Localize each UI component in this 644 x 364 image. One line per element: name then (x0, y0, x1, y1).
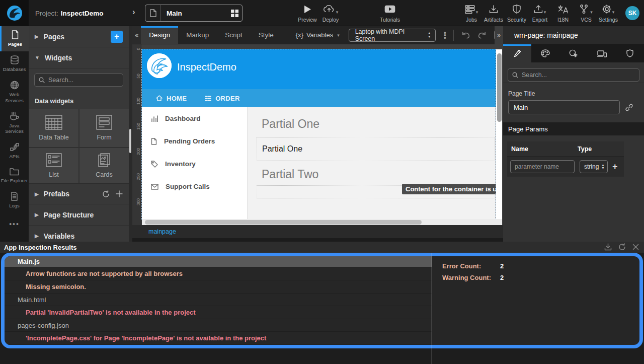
widget-tile-list[interactable]: List (29, 148, 78, 183)
widget-tile-form[interactable]: Form (79, 109, 129, 147)
tutorials-button[interactable]: Tutorials (375, 4, 405, 23)
nav-item-order[interactable]: ORDER (205, 95, 239, 102)
refresh-results-icon[interactable] (618, 243, 626, 251)
breadcrumb-mainpage[interactable]: mainpage (148, 228, 176, 235)
deploy-button[interactable]: ▾ Deploy (316, 4, 345, 23)
collapse-panel-button[interactable]: « (132, 26, 141, 44)
menu-item-dashboard[interactable]: Dashboard (142, 107, 247, 130)
add-page-button[interactable]: + (111, 31, 123, 43)
download-results-icon[interactable] (604, 243, 612, 251)
page-title-input[interactable] (508, 100, 620, 114)
canvas-toolbar: « Design Markup Script Style {x} Variabl… (132, 26, 503, 44)
inspection-warning-row[interactable]: Missing semicolon. (5, 280, 432, 294)
inspection-results-box: Main.js Arrow functions are not supporte… (1, 253, 643, 348)
prefabs-section-header[interactable]: ▶ Prefabs (29, 183, 129, 204)
widget-tile-cards[interactable]: Cards (79, 148, 129, 183)
web-services-icon (10, 81, 19, 90)
inspection-warning-row[interactable]: Arrow functions are not supported by all… (5, 267, 432, 280)
tab-events[interactable] (559, 44, 588, 62)
tab-script[interactable]: Script (217, 26, 251, 44)
page-structure-section-header[interactable]: ▶ Page Structure (29, 204, 129, 226)
param-name-input[interactable] (510, 160, 575, 173)
user-avatar[interactable]: SK (625, 6, 639, 20)
tab-security[interactable] (616, 44, 644, 62)
preview-vertical-scrollbar-thumb[interactable] (497, 53, 502, 122)
pages-section-header[interactable]: ▶ Pages + (29, 26, 129, 47)
left-panel-scrollbar[interactable] (129, 26, 132, 242)
sidebar-item-pages[interactable]: Pages (0, 26, 29, 51)
warning-count-label: Warning Count: (442, 274, 500, 281)
list-menu-icon (205, 96, 211, 101)
pages-icon (11, 30, 19, 39)
inspection-file-row[interactable]: Main.js (5, 256, 432, 267)
widget-tile-data-table[interactable]: Data Table (29, 109, 78, 147)
widgets-search-input[interactable] (48, 77, 114, 84)
left-panel-scrollbar-thumb[interactable] (129, 129, 131, 153)
sidebar-more-button[interactable]: ••• (0, 220, 29, 228)
sidebar-item-web-services[interactable]: Web Services (0, 77, 29, 108)
project-label: Project: (35, 10, 58, 17)
page-selector-value: Main (160, 10, 227, 17)
vcs-caret-icon: ▾ (590, 10, 593, 15)
app-preview[interactable]: InspectDemo HOME ORDER Dashboard Pending… (142, 49, 496, 219)
inspection-error-row[interactable]: Partial 'InvalidPartialTwo' is not avail… (5, 306, 432, 319)
inspection-error-row[interactable]: 'IncompletePage.css' for Page 'Incomplet… (5, 332, 432, 345)
page-title-label: Page Title (503, 83, 644, 100)
canvas-menu-button[interactable]: ••• (444, 31, 446, 39)
variables-dropdown[interactable]: {x} Variables ▾ (296, 26, 340, 44)
expand-panel-button[interactable]: » (495, 26, 503, 44)
inspection-file-row[interactable]: pages-config.json (5, 319, 432, 332)
app-header[interactable]: InspectDemo (142, 49, 496, 89)
sidebar-item-logs[interactable]: Logs (0, 188, 29, 213)
app-inspection-panel: App Inspection Results Main.js Arrow fun… (0, 242, 644, 364)
settings-gear-icon: ▾ (602, 4, 615, 15)
add-param-button[interactable]: + (612, 162, 618, 172)
menu-item-inventory[interactable]: Inventory (142, 153, 247, 175)
pending-orders-file-icon (151, 138, 157, 145)
canvas-horizontal-scrollbar[interactable] (142, 219, 502, 225)
vertical-ruler: 0 50 100 150 200 250 300 (132, 44, 141, 225)
properties-search-input[interactable] (522, 71, 627, 79)
partial-one-container[interactable]: Partial One (257, 137, 495, 161)
tab-devices[interactable] (588, 44, 616, 62)
redo-icon[interactable] (477, 31, 487, 40)
widgets-section-header[interactable]: ▼ Widgets (29, 47, 129, 68)
inventory-tag-icon (151, 161, 158, 168)
undo-icon[interactable] (461, 31, 470, 40)
bind-link-icon[interactable] (625, 103, 633, 112)
sidebar-item-file-explorer[interactable]: File Explorer (0, 164, 29, 188)
app-title: InspectDemo (177, 61, 236, 73)
menu-item-pending-orders[interactable]: Pending Orders (142, 130, 247, 153)
deploy-caret-icon: ▾ (336, 10, 339, 15)
menu-item-support-calls[interactable]: Support Calls (142, 175, 247, 198)
wavemaker-logo[interactable] (0, 0, 29, 26)
tab-design[interactable]: Design (141, 26, 178, 44)
project-name: InspectDemo (61, 10, 104, 17)
param-type-select[interactable]: string ▲▼ (580, 160, 608, 173)
close-panel-icon[interactable] (632, 244, 639, 250)
toolbar-divider (453, 30, 454, 41)
inspection-file-row[interactable]: Main.html (5, 294, 432, 306)
add-prefab-icon[interactable] (116, 190, 123, 197)
device-selector[interactable]: Laptop with MDPI Screen ▲▼ (349, 29, 436, 42)
settings-button[interactable]: ▾ Settings (594, 4, 623, 23)
tab-markup[interactable]: Markup (178, 26, 217, 44)
tab-style[interactable]: Style (251, 26, 282, 44)
nav-item-home[interactable]: HOME (156, 95, 187, 102)
properties-panel: wm-page: mainpage Page Title Page Params… (503, 26, 644, 242)
preview-vertical-scrollbar[interactable] (496, 49, 502, 219)
sidebar-item-java-services[interactable]: Java Services (0, 108, 29, 139)
inspection-split-divider[interactable] (432, 253, 432, 364)
variables-brace-icon: {x} (296, 31, 303, 39)
sidebar-item-databases[interactable]: Databases (0, 51, 29, 77)
widgets-search[interactable] (34, 74, 123, 87)
page-grid-icon[interactable] (227, 10, 242, 17)
security-shield-icon (513, 4, 521, 15)
refresh-prefabs-icon[interactable] (102, 190, 110, 198)
sidebar-item-apis[interactable]: APIs (0, 138, 29, 164)
properties-search[interactable] (508, 68, 639, 82)
page-selector[interactable]: Main (145, 5, 243, 22)
tab-properties[interactable] (503, 44, 531, 62)
canvas-horizontal-scrollbar-thumb[interactable] (145, 220, 422, 225)
tab-styles[interactable] (531, 44, 559, 62)
